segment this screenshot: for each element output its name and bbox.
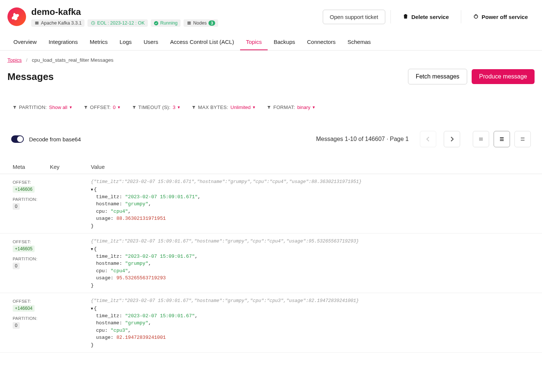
caret-down-icon: ▼ [117,105,121,109]
next-page-button[interactable] [444,131,460,147]
tab-users[interactable]: Users [138,34,164,50]
table-header: Meta Key Value [0,160,542,174]
caret-down-icon[interactable]: ▼ [91,307,93,311]
message-value: {"time_ltz":"2023-02-07 15:09:01.67","ho… [91,298,529,348]
stack-icon [34,21,39,26]
tab-overview[interactable]: Overview [7,34,43,50]
expanded-json[interactable]: ▼{time_ltz: "2023-02-07 15:09:01.671",ho… [91,186,529,229]
tab-integrations[interactable]: Integrations [43,34,84,50]
partition-value[interactable]: 0 [13,203,20,210]
density-loose-icon [520,136,526,142]
power-icon [473,13,479,20]
message-list: OFFSET:+146606PARTITION:0{"time_ltz":"20… [0,174,542,353]
page-head: Messages Fetch messages Produce message [0,65,542,93]
expanded-json[interactable]: ▼{time_ltz: "2023-02-07 15:09:01.67",hos… [91,305,529,348]
filter-value: 3 ▼ [173,105,181,110]
history-icon [90,21,95,26]
caret-down-icon: ▼ [252,105,256,109]
service-logo [7,7,26,26]
svg-rect-5 [187,22,191,23]
breadcrumb: Topics / cpu_load_stats_real_filter Mess… [0,51,542,65]
prev-page-button [420,131,436,147]
messages-toolbar: Decode from base64 Messages 1-10 of 1466… [0,118,542,154]
breadcrumb-root[interactable]: Topics [7,57,22,63]
eol-badge: EOL : 2023-12-12 : OK [87,19,147,27]
power-off-button[interactable]: Power off service [466,10,535,24]
platform-label: Apache Kafka 3.3.1 [41,20,82,26]
delete-service-button[interactable]: Delete service [396,10,456,24]
offset-value[interactable]: +146606 [13,186,35,193]
server-icon [186,21,191,26]
filter-format[interactable]: FORMAT: binary ▼ [267,105,316,110]
svg-rect-2 [35,24,38,25]
caret-down-icon[interactable]: ▼ [91,247,93,251]
caret-down-icon: ▼ [177,105,181,109]
partition-label: PARTITION: [13,197,50,202]
caret-down-icon: ▼ [312,105,316,109]
message-value: {"time_ltz":"2023-02-07 15:09:01.671","h… [91,179,529,229]
fetch-button[interactable]: Fetch messages [408,69,467,84]
filter-label: OFFSET: [90,105,111,110]
message-row: OFFSET:+146604PARTITION:0{"time_ltz":"20… [0,293,542,353]
check-circle-icon [154,21,159,26]
tab-metrics[interactable]: Metrics [84,34,114,50]
decode-toggle[interactable] [11,135,24,143]
message-meta: OFFSET:+146606PARTITION:0 [13,179,50,213]
caret-down-icon[interactable]: ▼ [91,188,93,192]
filter-value: 0 ▼ [113,105,121,110]
message-meta: OFFSET:+146605PARTITION:0 [13,239,50,273]
service-name: demo-kafka [31,7,318,17]
partition-value[interactable]: 0 [13,322,20,329]
breadcrumb-current: cpu_load_stats_real_filter Messages [32,57,114,63]
header-titles: demo-kafka Apache Kafka 3.3.1 EOL : 2023… [31,7,318,27]
tab-connectors[interactable]: Connectors [301,34,342,50]
tab-access-control-list-acl-[interactable]: Access Control List (ACL) [164,34,240,50]
filter-label: MAX BYTES: [198,105,228,110]
density-loose-button[interactable] [514,131,531,147]
raw-json: {"time_ltz":"2023-02-07 15:09:01.67","ho… [91,298,529,303]
nodes-label: Nodes [193,20,207,26]
caret-down-icon: ▼ [69,105,73,109]
tab-schemas[interactable]: Schemas [341,34,377,50]
nodes-count: 3 [208,20,215,26]
filter-label: PARTITION: [19,105,47,110]
nodes-badge[interactable]: Nodes 3 [184,19,218,27]
offset-value[interactable]: +146604 [13,305,35,312]
density-compact-button[interactable] [473,131,489,147]
running-label: Running [160,20,178,26]
tab-logs[interactable]: Logs [114,34,138,50]
open-ticket-button[interactable]: Open support ticket [323,10,385,24]
filter-label: FORMAT: [273,105,295,110]
tab-topics[interactable]: Topics [240,34,268,50]
tab-backups[interactable]: Backups [268,34,301,50]
density-normal-button[interactable] [494,131,510,147]
eol-label: EOL : 2023-12-12 : OK [97,20,144,26]
pagination-info: Messages 1-10 of 146607 · Page 1 [316,136,409,142]
svg-rect-6 [187,23,191,25]
filter-label: TIMEOUT (S): [138,105,170,110]
filter-maxbytes[interactable]: MAX BYTES: Unlimited ▼ [192,105,256,110]
offset-value[interactable]: +146605 [13,245,35,252]
filter-value: binary ▼ [297,105,315,110]
expanded-json[interactable]: ▼{time_ltz: "2023-02-07 15:09:01.67",hos… [91,245,529,289]
message-value: {"time_ltz":"2023-02-07 15:09:01.67","ho… [91,239,529,289]
divider [461,10,461,23]
power-label: Power off service [482,14,528,20]
filter-partition[interactable]: PARTITION: Show all ▼ [13,105,73,110]
density-normal-icon [499,136,505,142]
kafka-icon [11,11,22,22]
col-value-header: Value [91,164,529,170]
message-row: OFFSET:+146606PARTITION:0{"time_ltz":"20… [0,174,542,234]
partition-label: PARTITION: [13,257,50,261]
message-meta: OFFSET:+146604PARTITION:0 [13,298,50,332]
message-row: OFFSET:+146605PARTITION:0{"time_ltz":"20… [0,234,542,293]
svg-rect-1 [35,23,38,23]
filter-offset[interactable]: OFFSET: 0 ▼ [84,105,121,110]
offset-label: OFFSET: [13,240,50,244]
badges-row: Apache Kafka 3.3.1 EOL : 2023-12-12 : OK… [31,19,318,27]
raw-json: {"time_ltz":"2023-02-07 15:09:01.671","h… [91,179,529,184]
filter-timeout[interactable]: TIMEOUT (S): 3 ▼ [132,105,181,110]
partition-value[interactable]: 0 [13,263,20,269]
header-actions: Open support ticket Delete service Power… [323,10,535,24]
produce-button[interactable]: Produce message [472,69,535,84]
